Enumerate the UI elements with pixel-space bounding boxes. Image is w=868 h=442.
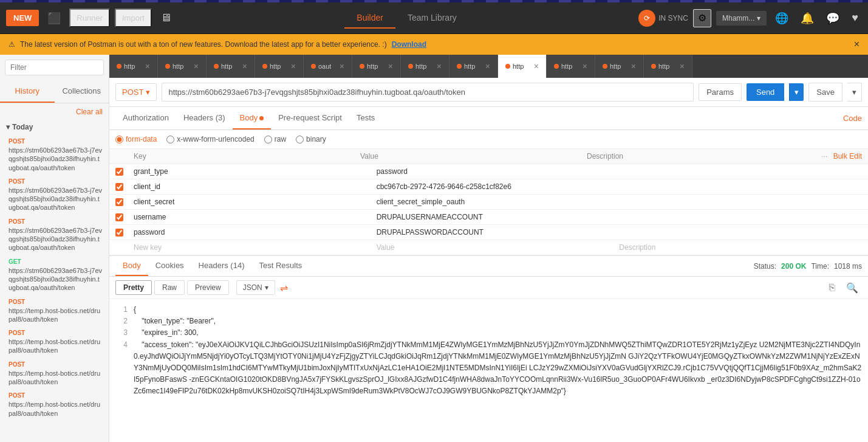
resp-tab-test-results[interactable]: Test Results: [251, 256, 309, 276]
history-item[interactable]: GEThttps://stm60b6293ae67b3-j7evqgshjts8…: [0, 255, 109, 295]
form-value[interactable]: DRUPALUSERNAMEACCOUNT: [377, 213, 620, 221]
tab-close-icon[interactable]: ×: [340, 61, 344, 71]
tab-builder[interactable]: Builder: [344, 8, 395, 29]
send-dropdown[interactable]: ▾: [789, 83, 804, 101]
form-value[interactable]: password: [377, 167, 620, 176]
resp-tab-body[interactable]: Body: [115, 256, 148, 276]
form-value[interactable]: client_secret_simple_oauth: [377, 198, 620, 206]
history-item[interactable]: POSThttps://temp.host-botics.net/drupal8…: [0, 389, 109, 421]
filter-input[interactable]: [5, 60, 104, 75]
download-link[interactable]: Download: [392, 40, 426, 49]
row-checkbox[interactable]: [115, 229, 123, 237]
clear-all-button[interactable]: Clear all: [76, 108, 103, 116]
json-format-button[interactable]: JSON ▾: [236, 280, 275, 295]
tab-dot: [554, 64, 559, 69]
banner-close-button[interactable]: ×: [854, 39, 859, 50]
form-key[interactable]: password: [134, 228, 377, 237]
view-raw-button[interactable]: Raw: [154, 280, 185, 295]
tab-close-icon[interactable]: ×: [680, 61, 685, 71]
history-item[interactable]: POSThttps://stm60b6293ae67b3-j7evqgshjts…: [0, 175, 109, 215]
send-button[interactable]: Send: [747, 83, 784, 101]
row-checkbox[interactable]: [115, 213, 123, 221]
tab-headers[interactable]: Headers (3): [176, 107, 233, 129]
resp-tab-headers[interactable]: Headers (14): [191, 256, 252, 276]
request-tab[interactable]: http×: [158, 55, 207, 78]
form-value[interactable]: cbc967cb-2972-4726-9646-c258c1cf82e6: [377, 182, 620, 191]
tab-tests[interactable]: Tests: [349, 107, 382, 129]
request-tab[interactable]: http×: [547, 55, 595, 78]
copy-icon[interactable]: ⎘: [825, 281, 839, 295]
sidebar-tab-history[interactable]: History: [0, 80, 55, 103]
tab-dot: [311, 64, 316, 69]
sidebar-tab-collections[interactable]: Collections: [55, 80, 109, 103]
raw-radio[interactable]: raw: [264, 135, 286, 143]
row-checkbox[interactable]: [115, 168, 123, 176]
settings-icon[interactable]: ⚙: [693, 9, 711, 27]
runner-button[interactable]: Runner: [69, 9, 110, 27]
history-item[interactable]: POSThttps://stm60b6293ae67b3-j7evqgshjts…: [0, 135, 109, 175]
layout-icon[interactable]: ⬛: [44, 8, 64, 29]
row-checkbox[interactable]: [115, 183, 123, 191]
row-checkbox[interactable]: [115, 198, 123, 206]
history-item[interactable]: POSThttps://temp.host-botics.net/drupal8…: [0, 326, 109, 358]
history-item[interactable]: POSThttps://temp.host-botics.net/drupal8…: [0, 358, 109, 390]
chat-icon[interactable]: 💬: [822, 8, 843, 29]
view-preview-button[interactable]: Preview: [187, 280, 229, 295]
new-desc-field[interactable]: Description: [619, 243, 862, 252]
view-pretty-button[interactable]: Pretty: [115, 280, 152, 295]
tab-team-library[interactable]: Team Library: [395, 8, 469, 29]
user-menu[interactable]: Mhamm... ▾: [716, 11, 767, 26]
binary-radio[interactable]: binary: [296, 135, 326, 143]
tab-pre-request[interactable]: Pre-request Script: [271, 107, 349, 129]
request-tab[interactable]: http×: [449, 55, 498, 78]
request-tab[interactable]: http×: [401, 55, 449, 78]
earth-icon[interactable]: 🌐: [771, 8, 792, 29]
tab-close-icon[interactable]: ×: [631, 61, 636, 71]
code-link[interactable]: Code: [843, 108, 862, 129]
tab-close-icon[interactable]: ×: [534, 61, 539, 71]
tab-close-icon[interactable]: ×: [194, 61, 199, 71]
form-value[interactable]: DRUPALPASSWORDACCOUNT: [377, 228, 620, 237]
form-key[interactable]: username: [134, 213, 377, 221]
save-button[interactable]: Save: [808, 83, 842, 102]
filter-icon[interactable]: ⇌: [280, 282, 288, 294]
request-tab[interactable]: http×: [255, 55, 304, 78]
tab-close-icon[interactable]: ×: [242, 61, 247, 71]
heart-icon[interactable]: ♥: [848, 8, 862, 28]
tab-close-icon[interactable]: ×: [437, 61, 442, 71]
request-tab[interactable]: oaut×: [304, 55, 352, 78]
tab-close-icon[interactable]: ×: [583, 61, 587, 71]
request-tab[interactable]: http×: [207, 55, 255, 78]
tab-close-icon[interactable]: ×: [388, 61, 393, 71]
request-tab[interactable]: http×: [595, 55, 644, 78]
form-key[interactable]: client_secret: [134, 198, 377, 206]
new-value-field[interactable]: Value: [377, 243, 620, 252]
bell-icon[interactable]: 🔔: [797, 8, 818, 29]
request-tab[interactable]: http×: [109, 55, 158, 78]
bulk-edit-button[interactable]: Bulk Edit: [833, 152, 862, 161]
tab-close-icon[interactable]: ×: [291, 61, 296, 71]
new-key-field[interactable]: New key: [134, 243, 377, 252]
tab-authorization[interactable]: Authorization: [115, 107, 176, 129]
tab-body[interactable]: Body: [233, 107, 272, 129]
search-icon[interactable]: 🔍: [842, 281, 862, 295]
resp-tab-cookies[interactable]: Cookies: [148, 256, 191, 276]
form-data-radio[interactable]: form-data: [115, 135, 157, 143]
new-button[interactable]: NEW: [6, 10, 39, 26]
request-tab[interactable]: http×: [498, 55, 547, 78]
import-button[interactable]: Import: [115, 9, 152, 27]
params-button[interactable]: Params: [699, 83, 742, 101]
history-item[interactable]: POSThttps://temp.host-botics.net/drupal8…: [0, 295, 109, 327]
url-input[interactable]: [162, 83, 694, 102]
add-window-icon[interactable]: 🖥: [157, 8, 175, 28]
save-dropdown[interactable]: ▾: [847, 83, 862, 102]
request-tab[interactable]: http×: [644, 55, 692, 78]
form-key[interactable]: client_id: [134, 182, 377, 191]
history-item[interactable]: POSThttps://stm60b6293ae67b3-j7evqgshjts…: [0, 215, 109, 255]
form-key[interactable]: grant_type: [134, 167, 377, 176]
tab-close-icon[interactable]: ×: [145, 61, 150, 71]
tab-close-icon[interactable]: ×: [485, 61, 490, 71]
request-tab[interactable]: http×: [352, 55, 401, 78]
urlencoded-radio[interactable]: x-www-form-urlencoded: [166, 135, 254, 143]
method-dropdown[interactable]: POST ▾: [115, 83, 157, 101]
